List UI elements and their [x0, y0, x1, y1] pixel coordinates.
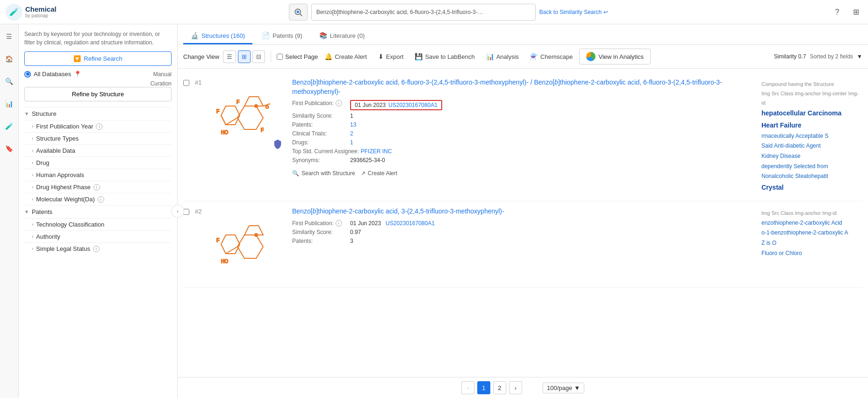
tab-literature[interactable]: 📚 Literature (0) [312, 28, 372, 44]
result-checkbox-2[interactable] [183, 209, 189, 215]
svg-text:HO: HO [221, 259, 228, 264]
analysis-button[interactable]: 📊 Analysis [481, 50, 524, 63]
patents-section-header[interactable]: ▼ Patents [24, 205, 172, 218]
field-label-assignee: Top Std. Current Assignee: [292, 148, 359, 155]
location-icon: 📍 [74, 71, 81, 78]
nav-icon-bookmark[interactable]: 🔖 [3, 142, 16, 155]
svg-text:F: F [261, 128, 264, 133]
tab-structures[interactable]: 🔬 Structures (160) [183, 28, 252, 44]
expand-arrow: › [32, 197, 33, 202]
back-to-similarity-link[interactable]: Back to Similarity Search ↩ [539, 9, 608, 15]
tag-cloud-2: Img Src Class Img-anchor Img-id enzothio… [760, 207, 862, 260]
filter-item-available-data[interactable]: › Available Data [24, 144, 172, 156]
next-page-button[interactable]: › [509, 381, 522, 394]
expand-arrow: › [32, 172, 33, 178]
result-actions-1: 🔍 Search with Structure ↗ Create Alert [292, 167, 754, 177]
field-value-drugs[interactable]: 1 [350, 139, 353, 146]
filter-item-structure-types[interactable]: › Structure Types [24, 132, 172, 144]
filter-item-first-pub-year[interactable]: › First Publication Year i [24, 120, 172, 132]
save-to-labbench-button[interactable]: 💾 Save to LabBench [410, 50, 479, 63]
page-size-selector[interactable]: 100/page ▼ [543, 383, 584, 393]
nav-icon-search[interactable]: 🔍 [3, 75, 16, 88]
logo-sub: by patsnap [25, 13, 57, 18]
main-layout: ☰ 🏠 🔍 📊 🧪 🔖 Search by keyword for your t… [0, 24, 868, 398]
create-alert-inline-button[interactable]: ↗ Create Alert [361, 170, 397, 177]
chemscape-button[interactable]: ⚗️ Chemscape [525, 50, 577, 63]
sidebar-collapse-toggle[interactable]: ‹ [171, 205, 184, 218]
info-icon-drug-highest-phase[interactable]: i [93, 184, 100, 191]
export-button[interactable]: ⬇ Export [373, 50, 409, 63]
search-with-structure-button[interactable]: 🔍 Search with Structure [292, 170, 355, 177]
result-title-1[interactable]: Benzo[b]thiophene-2-carboxylic acid, 6-f… [292, 78, 754, 96]
toolbar-divider [271, 51, 271, 62]
result-title-2[interactable]: Benzo[b]thiophene-2-carboxylic acid, 3-(… [292, 207, 754, 216]
field-value-first-pub-link-2[interactable]: US20230167080A1 [386, 220, 435, 227]
svg-text:HO: HO [221, 130, 228, 135]
info-icon-first-pub[interactable]: i [336, 100, 342, 107]
info-icon-molecular-weight[interactable]: i [98, 196, 104, 203]
view-list-button[interactable]: ☰ [223, 50, 236, 63]
tag-3: Heart Failure [761, 120, 861, 131]
all-databases-option[interactable]: All Databases 📍 [24, 71, 81, 78]
nav-icon-menu[interactable]: ☰ [3, 30, 16, 43]
filter-item-molecular-weight[interactable]: › Molecular Weight(Da) i [24, 193, 172, 205]
patents-tab-icon: 📄 [262, 32, 270, 39]
nav-icon-chart[interactable]: 📊 [3, 97, 16, 110]
page-2-button[interactable]: 2 [493, 381, 506, 394]
select-page-label[interactable]: Select Page [277, 53, 318, 60]
filter-item-authority[interactable]: › Authority [24, 230, 172, 242]
info-icon-first-pub-year[interactable]: i [96, 123, 102, 130]
page-1-button[interactable]: 1 [477, 381, 490, 394]
filter-item-simple-legal-status[interactable]: › Simple Legal Status i [24, 242, 172, 255]
field-value-synonyms: 2936625-34-0 [350, 157, 385, 163]
field-value-clinical-trials[interactable]: 2 [350, 130, 353, 137]
expand-arrow: › [32, 148, 33, 153]
prev-page-button[interactable]: ‹ [461, 381, 474, 394]
result-checkbox-1[interactable] [183, 80, 189, 86]
create-alert-button[interactable]: 🔔 Create Alert [320, 50, 372, 63]
svg-line-1 [300, 14, 302, 16]
field-value-patents[interactable]: 13 [350, 121, 356, 128]
view-grid-button[interactable]: ⊞ [238, 50, 251, 63]
filter-item-human-approvals[interactable]: › Human Approvals [24, 169, 172, 181]
result-field-assignee-1: Top Std. Current Assignee: PFIZER INC [292, 148, 754, 155]
view-compact-button[interactable]: ⊟ [252, 50, 265, 63]
filter-item-drug-highest-phase[interactable]: › Drug Highest Phase i [24, 181, 172, 193]
view-in-analytics-button[interactable]: View in Analytics [579, 49, 651, 64]
nav-icon-home[interactable]: 🏠 [3, 52, 16, 65]
pub-link[interactable]: US20230167080A1 [388, 102, 438, 108]
toolbar-right: Similarity 0.7 Sorted by 2 fields ▼ [774, 53, 862, 60]
filter-item-drug[interactable]: › Drug [24, 156, 172, 169]
info-icon-simple-legal-status[interactable]: i [93, 246, 100, 252]
filter-label-available-data: Available Data [36, 147, 75, 154]
select-page-checkbox[interactable] [277, 54, 283, 60]
field-value-assignee[interactable]: PFIZER INC [361, 148, 392, 155]
refine-search-button[interactable]: 🔽 Refine Search [24, 51, 172, 66]
help-icon[interactable]: ? [831, 6, 844, 19]
expand-arrow: › [32, 124, 33, 129]
tag-2: hepatocellular Carcinoma [761, 107, 861, 119]
sort-arrow[interactable]: ▼ [857, 53, 862, 60]
filter-item-tech-classification[interactable]: › Technology Classification [24, 218, 172, 230]
info-icon-first-pub-2[interactable]: i [336, 220, 342, 227]
tab-structures-label: Structures (160) [201, 32, 245, 39]
save-icon: 💾 [415, 53, 423, 60]
expand-arrow: › [32, 234, 33, 239]
tab-patents[interactable]: 📄 Patents (9) [254, 28, 310, 44]
download-icon: ⬇ [378, 53, 384, 60]
result-field-clinical-trials-1: Clinical Trials: 2 [292, 130, 754, 137]
sidebar-wrapper: Search by keyword for your technology or… [19, 24, 178, 398]
search-icon-box[interactable] [289, 4, 308, 21]
structure-section-header[interactable]: ▼ Structure [24, 107, 172, 120]
tag-1: Img Src Class Img-anchor Img-center Img-… [761, 89, 861, 108]
collapse-arrow: ▼ [24, 209, 29, 214]
search-input-box[interactable]: Benzo[b]thiophene-2-carboxylic acid, 6-f… [311, 4, 536, 21]
nav-icon-flask[interactable]: 🧪 [3, 120, 16, 133]
svg-text:F: F [237, 100, 239, 105]
grid-menu-icon[interactable]: ⊞ [849, 6, 862, 19]
expand-arrow: › [32, 160, 33, 165]
tag2-0: Img Src Class Img-anchor Img-id [761, 209, 861, 218]
refine-by-structure-button[interactable]: Refine by Structure [24, 87, 172, 101]
result-field-similarity-2: Similarity Score: 0.97 [292, 229, 754, 235]
filter-label-human-approvals: Human Approvals [36, 171, 84, 178]
